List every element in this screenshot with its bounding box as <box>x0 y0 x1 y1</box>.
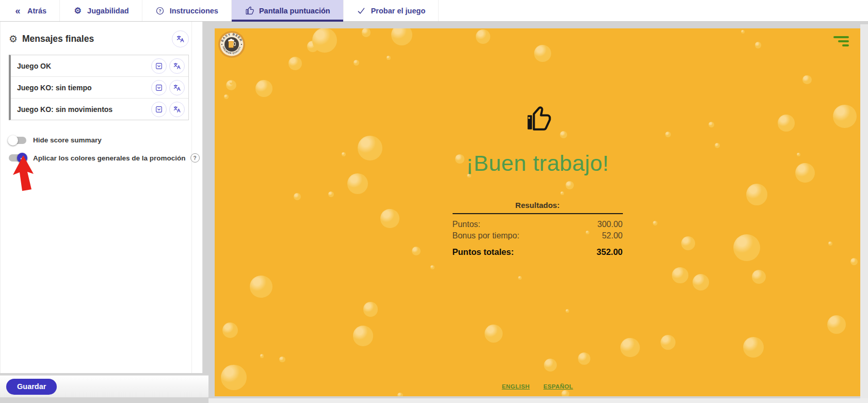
result-label: Bonus por tiempo: <box>453 230 520 241</box>
result-row-puntos: Puntos: 300.00 <box>453 219 623 230</box>
bubble-decoration <box>347 173 367 194</box>
bubble-decoration <box>544 359 557 372</box>
bubble-decoration <box>560 191 565 196</box>
message-row-juego-ok: Juego OK <box>11 55 188 77</box>
result-label: Puntos: <box>453 219 480 230</box>
result-label: Puntos totales: <box>453 247 514 258</box>
bubble-decoration <box>430 265 435 269</box>
tab-label: Jugabilidad <box>87 7 129 15</box>
bubble-decoration <box>353 60 359 66</box>
bubble-decoration <box>328 191 334 197</box>
translate-icon <box>173 62 181 70</box>
result-title: ¡Buen trabajo! <box>215 151 860 176</box>
section-title: Mensajes finales <box>22 34 172 44</box>
toggle-row-hide-score-summary: Hide score summary <box>9 136 189 144</box>
easy-beer-logo: EASY BEER PREMIUM QUALITY <box>218 30 246 58</box>
preview-frame <box>208 398 868 403</box>
tab-jugabilidad[interactable]: ⚙ Jugabilidad <box>60 0 142 21</box>
check-icon <box>357 6 366 15</box>
top-tab-bar: « Atrás ⚙ Jugabilidad ? Instrucciones Pa… <box>0 0 868 22</box>
gear-icon: ⚙ <box>73 6 83 15</box>
bubble-decoration <box>561 390 569 396</box>
translate-message-button[interactable] <box>169 80 185 95</box>
tab-label: Probar el juego <box>371 7 426 15</box>
bubble-decoration <box>566 309 569 313</box>
bubble-decoration <box>746 184 768 205</box>
final-messages-list: Juego OK Juego KO: sin tiempo <box>9 55 189 120</box>
hide-score-summary-toggle[interactable] <box>9 137 26 144</box>
tab-pantalla-puntuacion[interactable]: Pantalla puntuación <box>232 0 344 21</box>
translate-message-button[interactable] <box>169 102 185 117</box>
translate-section-button[interactable] <box>172 30 189 47</box>
results-header: Resultados: <box>453 201 623 214</box>
chevrons-left-icon: « <box>13 6 23 15</box>
bubble-decoration <box>380 209 399 228</box>
bubble-decoration <box>250 276 272 298</box>
bubble-decoration <box>620 338 639 357</box>
bubble-decoration <box>391 28 413 45</box>
svg-text:?: ? <box>159 9 162 13</box>
translate-icon <box>176 35 185 43</box>
language-link-english[interactable]: ENGLISH <box>502 383 530 390</box>
bubble-decoration <box>255 80 272 96</box>
bubble-decoration <box>715 143 720 148</box>
message-label: Juego KO: sin movimientos <box>17 105 149 114</box>
message-row-juego-ko-sin-movimientos: Juego KO: sin movimientos <box>11 99 188 120</box>
result-value: 352.00 <box>597 247 622 258</box>
settings-sidebar: ⚙ Mensajes finales Juego OK <box>0 21 203 373</box>
gear-icon: ⚙ <box>9 34 18 44</box>
hamburger-menu-icon[interactable] <box>833 36 849 46</box>
dropdown-square-icon <box>155 62 163 70</box>
result-value: 300.00 <box>598 219 623 230</box>
tab-probar-el-juego[interactable]: Probar el juego <box>344 0 439 21</box>
bubble-decoration <box>827 315 846 334</box>
tab-back[interactable]: « Atrás <box>0 0 60 21</box>
thumb-up-icon <box>215 104 860 134</box>
question-circle-icon: ? <box>155 6 165 15</box>
bubble-decoration <box>397 393 403 396</box>
bubble-decoration <box>362 28 371 37</box>
bubble-decoration <box>412 247 421 255</box>
red-arrow-annotation <box>10 154 38 192</box>
bubble-decoration <box>743 337 764 358</box>
bubble-decoration <box>672 267 688 284</box>
language-switcher: ENGLISH ESPAÑOL <box>215 381 860 391</box>
tab-instrucciones[interactable]: ? Instrucciones <box>142 0 232 21</box>
bubble-decoration <box>387 56 391 60</box>
result-row-bonus: Bonus por tiempo: 52.00 <box>453 230 623 241</box>
bubble-decoration <box>312 28 337 53</box>
toggle-label: Aplicar los colores generales de la prom… <box>33 154 186 162</box>
bubble-decoration <box>534 45 551 62</box>
bubble-decoration <box>363 302 378 317</box>
save-button[interactable]: Guardar <box>6 379 57 395</box>
bubble-decoration <box>733 234 760 261</box>
bubble-decoration <box>288 57 302 70</box>
bubble-decoration <box>224 94 229 99</box>
bubble-decoration <box>260 354 264 358</box>
tab-label: Pantalla puntuación <box>259 7 330 15</box>
message-label: Juego OK <box>17 62 149 70</box>
bubble-decoration <box>279 357 285 363</box>
expand-message-button[interactable] <box>151 102 167 117</box>
message-label: Juego KO: sin tiempo <box>17 84 149 92</box>
bubble-decoration <box>476 29 490 44</box>
bubble-decoration <box>578 352 590 365</box>
bubble-decoration <box>653 221 657 225</box>
translate-icon <box>173 105 181 114</box>
translate-message-button[interactable] <box>169 58 185 74</box>
bubble-decoration <box>741 30 745 34</box>
bubble-decoration <box>752 270 766 284</box>
bubble-decoration <box>681 236 695 250</box>
translate-icon <box>173 84 181 92</box>
bubble-decoration <box>661 335 676 350</box>
expand-message-button[interactable] <box>151 58 167 74</box>
expand-message-button[interactable] <box>151 80 167 95</box>
thumb-up-icon <box>245 6 254 15</box>
bubble-decoration <box>850 258 858 265</box>
result-value: 52.00 <box>602 230 622 241</box>
help-icon[interactable]: ? <box>190 153 200 163</box>
bubble-decoration <box>693 274 709 291</box>
tab-label: Instrucciones <box>170 7 218 15</box>
preview-frame <box>860 24 868 399</box>
language-link-espanol[interactable]: ESPAÑOL <box>543 383 573 390</box>
